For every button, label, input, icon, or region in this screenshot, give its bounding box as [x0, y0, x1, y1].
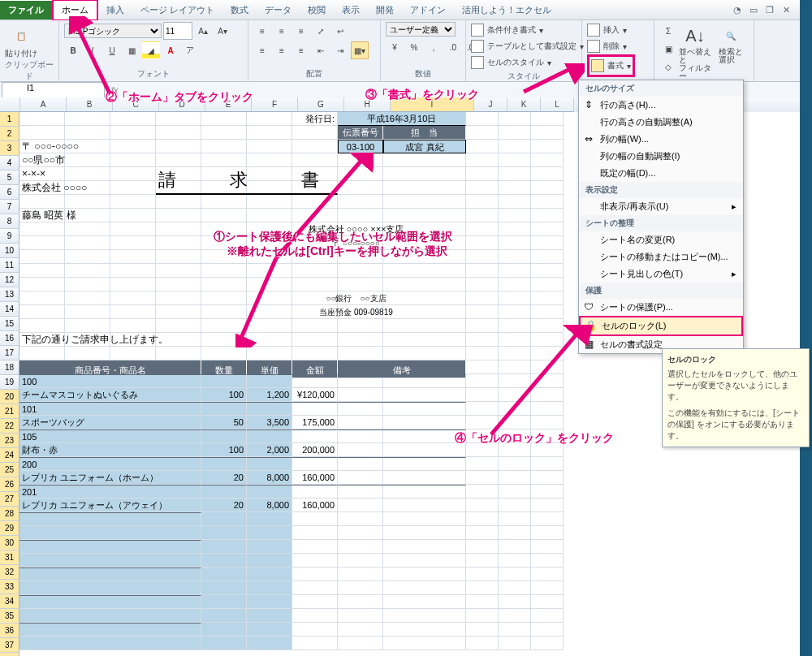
cell[interactable] — [531, 595, 564, 609]
row-header-3[interactable]: 3 — [0, 141, 19, 156]
cell[interactable]: 1,200 — [247, 388, 292, 402]
min-icon[interactable]: ▭ — [748, 4, 759, 15]
cell[interactable] — [499, 140, 531, 153]
cell[interactable] — [499, 485, 531, 498]
cell[interactable]: 2,000 — [247, 443, 292, 457]
cell[interactable]: 100 — [201, 388, 247, 402]
cell[interactable] — [247, 485, 292, 498]
delete-cells-button[interactable]: 削除 ▾ — [587, 38, 627, 54]
menu-autofit-col[interactable]: 列の幅の自動調整(I) — [579, 148, 743, 165]
grow-font-icon[interactable]: A▴ — [194, 22, 212, 40]
cell[interactable]: 160,000 — [292, 498, 338, 512]
cell[interactable]: 8,000 — [247, 471, 292, 485]
cell[interactable] — [531, 181, 564, 195]
cell[interactable] — [499, 278, 531, 291]
paste-button[interactable]: 📋 貼り付け — [5, 22, 37, 59]
menu-col-width[interactable]: ⇔列の幅(W)... — [579, 131, 743, 148]
comma-icon[interactable]: , — [425, 38, 443, 56]
cell[interactable] — [292, 526, 338, 540]
cell[interactable] — [466, 181, 499, 195]
cell[interactable] — [338, 416, 466, 429]
row-header-35[interactable]: 35 — [0, 609, 19, 624]
cell[interactable] — [338, 471, 466, 485]
cell[interactable] — [110, 195, 156, 209]
row-header-36[interactable]: 36 — [0, 624, 19, 638]
cell[interactable] — [247, 554, 292, 568]
cell[interactable] — [247, 402, 292, 416]
menu-autofit-row[interactable]: 行の高さの自動調整(A) — [579, 114, 743, 131]
cell[interactable] — [156, 305, 201, 319]
cell[interactable] — [19, 264, 65, 278]
cell[interactable] — [531, 250, 564, 264]
cell[interactable] — [201, 581, 247, 595]
cell[interactable] — [338, 402, 466, 416]
cell[interactable] — [201, 609, 247, 623]
row-header-5[interactable]: 5 — [0, 170, 19, 185]
cell[interactable] — [201, 112, 247, 126]
cell[interactable]: 201 — [19, 485, 201, 498]
cell[interactable] — [531, 623, 564, 637]
cell[interactable] — [338, 554, 466, 568]
row-header-27[interactable]: 27 — [0, 492, 19, 507]
font-color-button[interactable]: A — [162, 41, 179, 59]
cell[interactable] — [531, 471, 564, 485]
row-header-28[interactable]: 28 — [0, 507, 19, 521]
cell[interactable] — [247, 609, 292, 623]
tab-file[interactable]: ファイル — [0, 1, 52, 19]
cell[interactable] — [531, 498, 564, 512]
row-header-37[interactable]: 37 — [0, 638, 19, 653]
cell[interactable] — [466, 126, 499, 140]
cell[interactable] — [338, 512, 466, 526]
cell[interactable] — [19, 319, 65, 333]
tab-data[interactable]: データ — [257, 1, 300, 19]
cell[interactable] — [292, 581, 338, 595]
col-header-F[interactable]: F — [252, 97, 298, 112]
cell[interactable] — [499, 209, 531, 222]
row-headers[interactable]: 1234567891011121314151617181920212223242… — [0, 112, 19, 656]
cell[interactable] — [19, 291, 65, 305]
cell[interactable] — [466, 167, 499, 181]
cell[interactable] — [466, 112, 499, 126]
cell[interactable] — [19, 568, 201, 581]
tab-formula[interactable]: 数式 — [222, 1, 257, 19]
col-header-[interactable] — [0, 97, 20, 112]
cell[interactable] — [19, 305, 65, 319]
cell[interactable] — [466, 305, 499, 319]
cell[interactable] — [201, 374, 247, 388]
row-header-8[interactable]: 8 — [0, 214, 19, 229]
cell[interactable] — [247, 581, 292, 595]
col-header-L[interactable]: L — [541, 97, 574, 112]
font-size-input[interactable] — [163, 22, 192, 40]
cell[interactable] — [383, 167, 466, 181]
cell[interactable] — [383, 333, 466, 347]
cell[interactable] — [247, 112, 292, 126]
cell[interactable] — [531, 609, 564, 623]
cell[interactable] — [201, 126, 247, 140]
cell[interactable] — [292, 485, 338, 498]
cell[interactable] — [499, 264, 531, 278]
cell[interactable] — [531, 305, 564, 319]
cell[interactable] — [531, 222, 564, 236]
cell[interactable]: 〒 ○○○-○○○○ — [19, 140, 201, 153]
cell[interactable] — [110, 305, 156, 319]
cell[interactable] — [19, 347, 65, 360]
cell[interactable] — [292, 568, 338, 581]
cell[interactable] — [110, 264, 156, 278]
cell[interactable] — [247, 595, 292, 609]
cell[interactable] — [338, 429, 466, 443]
cell[interactable] — [156, 264, 201, 278]
cell[interactable] — [499, 167, 531, 181]
cell[interactable] — [466, 457, 499, 471]
cell[interactable] — [499, 153, 531, 167]
cell[interactable] — [383, 195, 466, 209]
cell[interactable] — [499, 498, 531, 512]
cell[interactable] — [499, 540, 531, 554]
cell[interactable]: ¥120,000 — [292, 388, 338, 402]
cell[interactable] — [110, 236, 156, 250]
tab-dev[interactable]: 開発 — [368, 1, 402, 19]
cell[interactable] — [466, 485, 499, 498]
cell[interactable] — [531, 291, 564, 305]
tab-addin[interactable]: アドイン — [402, 1, 454, 19]
indent-dec-icon[interactable]: ⇤ — [312, 41, 330, 59]
cell[interactable] — [201, 540, 247, 554]
